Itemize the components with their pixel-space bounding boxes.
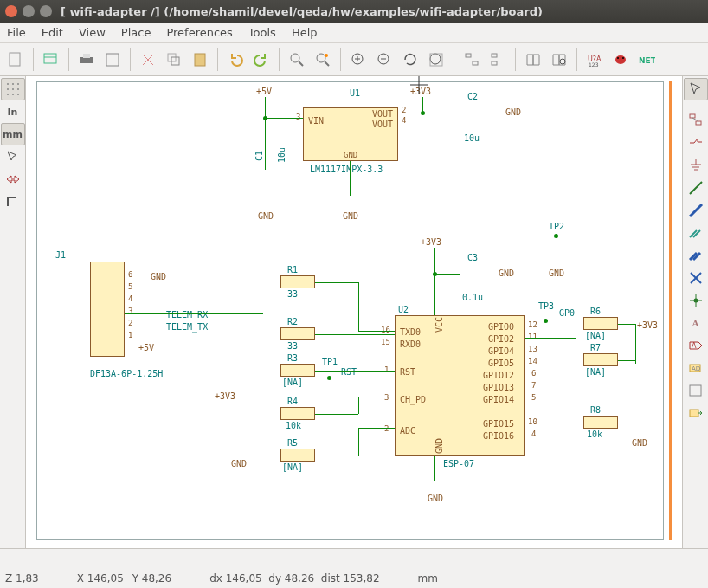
tp3-net: GP0 [559,308,575,318]
u2-rn5: 5 [531,393,536,402]
component-r7[interactable] [583,353,618,366]
menu-preferences[interactable]: Preferences [166,26,232,39]
c3-ref: C3 [467,253,478,262]
menu-edit[interactable]: Edit [42,26,63,39]
component-r3[interactable] [280,364,315,377]
place-wire-icon[interactable] [684,177,708,199]
close-icon[interactable] [5,5,17,17]
status-unit: mm [418,572,438,585]
paste-icon[interactable] [188,48,212,72]
u2-ref: U2 [398,305,409,314]
menu-help[interactable]: Help [292,26,318,39]
place-sheet-icon[interactable] [684,379,708,402]
menu-file[interactable]: File [7,26,26,39]
u2-gpio5: GPIO5 [488,359,514,368]
c2-ref: C2 [467,92,478,101]
place-wire2bus-icon[interactable] [684,222,708,244]
copy-icon[interactable] [162,48,186,72]
svg-point-32 [7,83,9,85]
place-globallabel-icon[interactable]: A [684,334,708,357]
select-cursor-icon[interactable] [684,78,708,100]
svg-rect-24 [492,61,497,65]
find-icon[interactable] [285,48,309,72]
menu-view[interactable]: View [79,26,106,39]
r3-val: [NA] [282,378,303,387]
hierarchy-nav-icon[interactable] [460,48,484,72]
hidden-pins-icon[interactable] [1,168,25,191]
cursor-crosshair [410,76,428,94]
svg-point-35 [7,88,9,90]
r6-ref: R6 [590,307,601,316]
new-icon[interactable] [3,48,28,72]
place-bus-icon[interactable] [684,199,708,222]
component-r5[interactable] [280,449,315,462]
place-power-icon[interactable] [684,132,708,154]
r5-ref: R5 [287,438,298,448]
cursor-shape-icon[interactable] [1,145,25,168]
status-zoom: Z 1,83 [5,572,39,585]
place-netlabel-icon[interactable]: A [684,312,708,334]
component-r2[interactable] [280,327,315,340]
j1-p6: 6 [128,270,132,279]
grid-icon[interactable] [1,78,25,100]
schematic-canvas[interactable]: U1 VIN VOUT VOUT GND LM1117IMPX-3.3 3 2 … [26,76,682,548]
zoom-fit-icon[interactable] [424,48,448,72]
component-r4[interactable] [280,407,315,420]
menu-place[interactable]: Place [121,26,151,39]
net-telem-tx: TELEM_TX [166,322,208,332]
svg-text:AD: AD [692,365,700,372]
r4-ref: R4 [287,397,298,406]
minimize-icon[interactable] [23,5,35,17]
svg-point-29 [617,57,619,59]
component-r1[interactable] [280,275,315,288]
status-dx: dx 146,05 [209,572,262,585]
svg-point-36 [12,88,14,90]
library-editor-icon[interactable] [521,48,545,72]
component-r6[interactable] [583,317,618,330]
u2-n3: 3 [384,393,389,402]
place-import-icon[interactable] [684,402,708,424]
svg-point-28 [615,55,626,64]
svg-rect-64 [690,385,701,396]
svg-text:A: A [692,342,697,350]
page-settings-icon[interactable] [39,48,63,72]
zoom-out-icon[interactable] [372,48,396,72]
redo-icon[interactable] [249,48,274,72]
u2-rxd0: RXD0 [400,339,421,349]
svg-point-19 [430,54,441,64]
place-junction-icon[interactable] [684,289,708,312]
print-icon[interactable] [74,48,99,72]
place-hierlabel-icon[interactable]: AD [684,357,708,379]
place-gnd-icon[interactable] [684,154,708,177]
library-browser-icon[interactable] [547,48,571,72]
u2-gpio2: GPIO2 [488,334,514,344]
undo-icon[interactable] [223,48,248,72]
erc-icon[interactable] [608,48,633,72]
r6-val: [NA] [585,331,606,340]
u2-rn6: 6 [531,369,536,378]
plot-icon[interactable] [100,48,125,72]
svg-line-45 [692,118,698,121]
component-r8[interactable] [583,416,618,429]
units-mm-icon[interactable]: mm [1,123,25,145]
zoom-redraw-icon[interactable] [398,48,422,72]
units-in-icon[interactable]: In [1,100,25,123]
zoom-in-icon[interactable] [346,48,370,72]
maximize-icon[interactable] [40,5,52,17]
bus-direction-icon[interactable] [1,191,25,213]
j1-p1: 1 [128,331,132,339]
component-j1[interactable] [90,262,125,357]
r2-ref: R2 [287,317,298,326]
window-title: [ wifi-adapter /] (/home/shamil/devel/qe… [61,5,543,18]
netlist-icon[interactable]: NET [634,48,659,72]
leave-sheet-icon[interactable] [486,48,510,72]
svg-point-25 [560,59,565,64]
annotate-icon[interactable]: U?A123 [582,48,607,72]
find-replace-icon[interactable] [311,48,335,72]
place-bus2bus-icon[interactable] [684,244,708,267]
menu-tools[interactable]: Tools [248,26,276,39]
j1-p5: 5 [128,282,132,291]
place-hierarchy-icon[interactable] [684,109,708,132]
place-noconnect-icon[interactable] [684,267,708,289]
cut-icon[interactable] [136,48,160,72]
